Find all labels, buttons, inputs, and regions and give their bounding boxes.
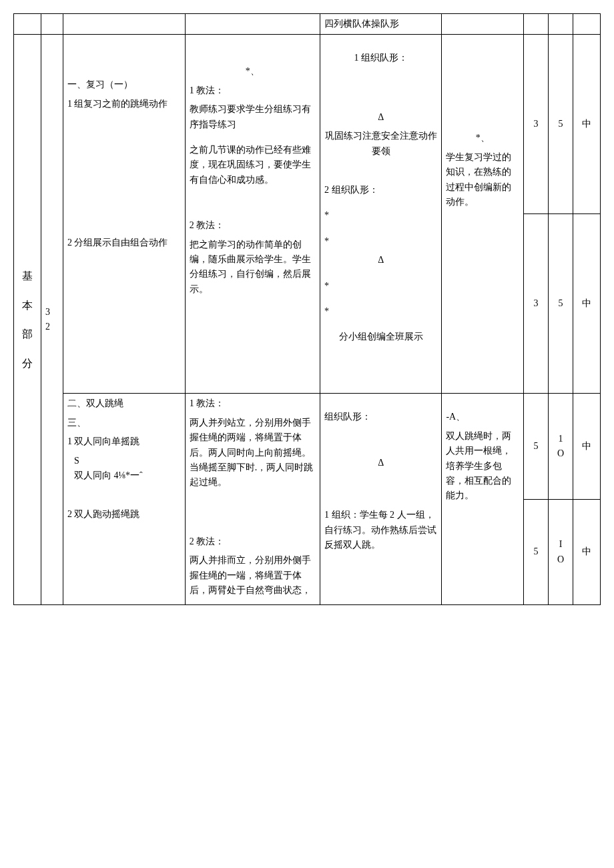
double-org: 组织队形： Δ 1 组织：学生每 2 人一组，自行练习。动作熟练后尝试反摇双人跳…: [320, 394, 442, 605]
dmethod2-title: 2 教法：: [190, 534, 316, 549]
review-n3-a: 中: [573, 35, 600, 214]
section-char-4: 分: [18, 355, 37, 372]
cell-empty-n2: [549, 14, 573, 35]
section-number: 3 2: [41, 35, 63, 605]
method-star: *、: [190, 64, 316, 79]
review-item2: 2 分组展示自由组合动作: [67, 236, 181, 250]
double-title: 二、双人跳绳: [67, 396, 181, 411]
learn-star: *、: [446, 131, 519, 145]
review-n2-b: 5: [549, 214, 573, 394]
section-label: 基 本 部 分: [14, 35, 41, 605]
dlearn-prefix: -A、: [446, 410, 519, 424]
review-n2-a: 5: [549, 35, 573, 214]
org2-symbol: Δ: [324, 253, 437, 268]
dmethod2-body: 两人并排而立，分别用外侧手握住绳的一端，将绳置于体后，两臂处于自然弯曲状态，: [190, 553, 316, 598]
org2-note: 分小组创编全班展示: [324, 330, 437, 344]
cell-empty-content: [63, 14, 185, 35]
row-double-1: 二、双人跳绳 三、 1 双人同向单摇跳 S 双人同向 4⅛*一ˆ 2 双人跑动摇…: [14, 394, 601, 499]
double-learn: -A、 双人跳绳时，两人共用一根绳，培养学生多包容，相互配合的能力。: [442, 394, 524, 605]
dlearn-body: 双人跳绳时，两人共用一根绳，培养学生多包容，相互配合的能力。: [446, 429, 519, 504]
dorg-group: 1 组织：学生每 2 人一组，自行练习。动作熟练后尝试反摇双人跳。: [324, 508, 437, 552]
org2-star1: *: [324, 208, 437, 223]
org1-title: 1 组织队形：: [324, 51, 437, 65]
cell-empty-learn: [442, 14, 524, 35]
double-content: 二、双人跳绳 三、 1 双人同向单摇跳 S 双人同向 4⅛*一ˆ 2 双人跑动摇…: [63, 394, 185, 605]
dmethod1-title: 1 教法：: [190, 396, 316, 411]
double-item2: 2 双人跑动摇绳跳: [67, 507, 181, 522]
method1-body-b: 之前几节课的动作已经有些难度，现在巩固练习，要使学生有自信心和成功感。: [190, 143, 316, 187]
double-extra: S 双人同向 4⅛*一ˆ: [67, 454, 181, 484]
row-prev-continuation: 四列横队体操队形: [14, 14, 601, 35]
method2-title: 2 教法：: [190, 218, 316, 233]
double-n3-b: 中: [573, 499, 600, 604]
org2-star3: *: [324, 279, 437, 294]
org2-title: 2 组织队形：: [324, 183, 437, 197]
double-method: 1 教法： 两人并列站立，分别用外侧手握住绳的两端，将绳置于体后。两人同时向上向…: [185, 394, 320, 605]
method2-body: 把之前学习的动作简单的创编，随乐曲展示给学生。学生分组练习，自行创编，然后展示。: [190, 238, 316, 298]
section-char-2: 本: [18, 297, 37, 314]
cell-empty-n3: [573, 14, 600, 35]
dmethod1-body: 两人并列站立，分别用外侧手握住绳的两端，将绳置于体后。两人同时向上向前摇绳。当绳…: [190, 416, 316, 490]
review-method: *、 1 教法： 教师练习要求学生分组练习有序指导练习 之前几节课的动作已经有些…: [185, 35, 320, 394]
cell-org-prev: 四列横队体操队形: [320, 14, 442, 35]
method1-body-a: 教师练习要求学生分组练习有序指导练习: [190, 102, 316, 132]
cell-empty-label: [14, 14, 41, 35]
double-n2-b: I O: [549, 499, 573, 604]
dorg-title: 组织队形：: [324, 410, 437, 424]
review-org: 1 组织队形： Δ 巩固练习注意安全注意动作要领 2 组织队形： * * Δ *…: [320, 35, 442, 394]
lesson-plan-table: 四列横队体操队形 基 本 部 分 3 2 一、复习（一） 1 组复习之前的跳绳动…: [13, 13, 601, 605]
org2-star2: *: [324, 234, 437, 249]
org2-star4: *: [324, 304, 437, 319]
double-n3-a: 中: [573, 394, 600, 499]
review-n3-b: 中: [573, 214, 600, 394]
review-learn: *、 学生复习学过的知识，在熟练的过程中创编新的动作。: [442, 35, 524, 394]
cell-empty-n1: [524, 14, 549, 35]
section-char-1: 基: [18, 268, 37, 285]
review-content: 一、复习（一） 1 组复习之前的跳绳动作 2 分组展示自由组合动作: [63, 35, 185, 394]
double-sub: 三、: [67, 416, 181, 430]
org1-symbol: Δ: [324, 110, 437, 125]
review-item1: 1 组复习之前的跳绳动作: [67, 97, 181, 111]
cell-empty-num: [41, 14, 63, 35]
org1-note: 巩固练习注意安全注意动作要领: [324, 129, 437, 159]
double-n1-b: 5: [524, 499, 549, 604]
cell-empty-method: [185, 14, 320, 35]
learn-body: 学生复习学过的知识，在熟练的过程中创编新的动作。: [446, 150, 519, 210]
section-char-3: 部: [18, 326, 37, 343]
review-n1-b: 3: [524, 214, 549, 394]
dorg-symbol: Δ: [324, 456, 437, 470]
review-n1-a: 3: [524, 35, 549, 214]
method1-title: 1 教法：: [190, 83, 316, 98]
row-review-1: 基 本 部 分 3 2 一、复习（一） 1 组复习之前的跳绳动作 2 分组展示自…: [14, 35, 601, 214]
double-n1-a: 5: [524, 394, 549, 499]
double-item1: 1 双人同向单摇跳: [67, 434, 181, 449]
double-n2-a: 1 O: [549, 394, 573, 499]
review-title: 一、复习（一）: [67, 77, 181, 92]
